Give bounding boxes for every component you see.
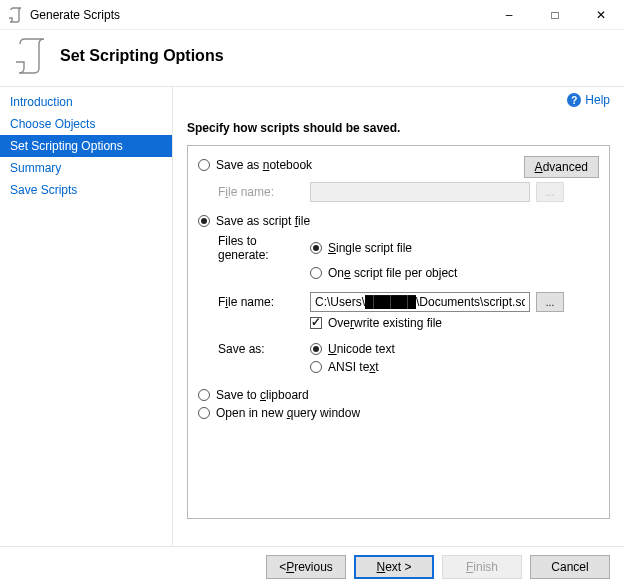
advanced-button[interactable]: Advanced [524, 156, 599, 178]
overwrite-row[interactable]: Overwrite existing file [198, 316, 599, 330]
cancel-button[interactable]: Cancel [530, 555, 610, 579]
radio-icon [310, 361, 322, 373]
per-object-label: One script file per object [328, 266, 457, 280]
save-as-row: Save as: Unicode text [198, 342, 599, 356]
help-icon: ? [567, 93, 581, 107]
overwrite-label: Overwrite existing file [328, 316, 442, 330]
wizard-content: ? Help Specify how scripts should be sav… [173, 87, 624, 546]
ansi-row[interactable]: ANSI text [198, 360, 599, 374]
files-to-generate-row: Files to generate: Single script file [198, 234, 599, 262]
script-filename-input[interactable] [310, 292, 530, 312]
radio-icon [198, 215, 210, 227]
per-object-row[interactable]: One script file per object [198, 266, 599, 280]
minimize-button[interactable]: – [486, 0, 532, 30]
unicode-label[interactable]: Unicode text [328, 342, 395, 356]
titlebar: Generate Scripts – □ ✕ [0, 0, 624, 30]
nav-set-scripting-options[interactable]: Set Scripting Options [0, 135, 172, 157]
help-label: Help [585, 93, 610, 107]
open-new-query-option[interactable]: Open in new query window [198, 406, 599, 420]
next-button[interactable]: Next > [354, 555, 434, 579]
finish-button: Finish [442, 555, 522, 579]
save-to-clipboard-option[interactable]: Save to clipboard [198, 388, 599, 402]
window-title: Generate Scripts [30, 8, 486, 22]
radio-icon [310, 242, 322, 254]
notebook-filename-label: File name: [218, 185, 310, 199]
radio-icon [310, 267, 322, 279]
files-to-generate-label: Files to generate: [218, 234, 310, 262]
clipboard-label: Save to clipboard [216, 388, 309, 402]
wizard-footer: < Previous Next > Finish Cancel [0, 546, 624, 586]
save-as-script-label: Save as script file [216, 214, 310, 228]
scroll-icon [14, 36, 50, 76]
radio-icon [198, 159, 210, 171]
script-filename-label: File name: [218, 295, 310, 309]
close-button[interactable]: ✕ [578, 0, 624, 30]
nav-introduction[interactable]: Introduction [0, 91, 172, 113]
radio-icon [198, 389, 210, 401]
save-as-label: Save as: [218, 342, 310, 356]
page-header: Set Scripting Options [0, 30, 624, 86]
new-query-label: Open in new query window [216, 406, 360, 420]
previous-button[interactable]: < Previous [266, 555, 346, 579]
script-filename-row: File name: ... [198, 292, 599, 312]
notebook-browse-button: ... [536, 182, 564, 202]
ansi-label: ANSI text [328, 360, 379, 374]
wizard-body: Introduction Choose Objects Set Scriptin… [0, 87, 624, 546]
nav-choose-objects[interactable]: Choose Objects [0, 113, 172, 135]
notebook-filename-row: File name: ... [198, 182, 599, 202]
checkbox-icon [310, 317, 322, 329]
page-heading: Set Scripting Options [60, 47, 224, 65]
app-icon [8, 7, 24, 23]
save-as-notebook-label: Save as notebook [216, 158, 312, 172]
script-browse-button[interactable]: ... [536, 292, 564, 312]
window-controls: – □ ✕ [486, 0, 624, 29]
single-script-label[interactable]: Single script file [328, 241, 412, 255]
nav-save-scripts[interactable]: Save Scripts [0, 179, 172, 201]
radio-icon [310, 343, 322, 355]
nav-summary[interactable]: Summary [0, 157, 172, 179]
notebook-filename-input [310, 182, 530, 202]
help-link[interactable]: ? Help [567, 93, 610, 107]
save-as-script-option[interactable]: Save as script file [198, 214, 599, 228]
options-panel: Advanced Save as notebook File name: ...… [187, 145, 610, 519]
radio-icon [198, 407, 210, 419]
wizard-nav: Introduction Choose Objects Set Scriptin… [0, 87, 173, 546]
maximize-button[interactable]: □ [532, 0, 578, 30]
section-title: Specify how scripts should be saved. [187, 121, 610, 135]
